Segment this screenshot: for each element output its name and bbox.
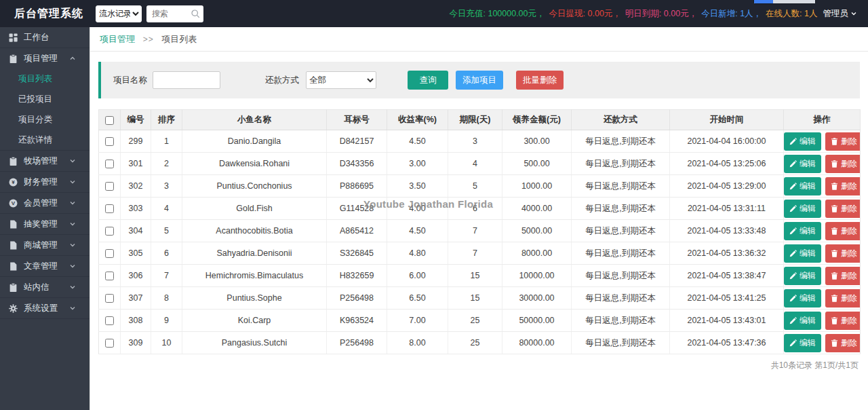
edit-button[interactable]: 编辑 xyxy=(784,289,821,308)
sidebar-subitem-1-2[interactable]: 项目分类 xyxy=(0,109,90,130)
module-select[interactable]: 流水记录 xyxy=(96,5,142,22)
edit-button[interactable]: 编辑 xyxy=(784,267,821,285)
delete-button[interactable]: 删除 xyxy=(825,177,861,195)
sidebar-item-4[interactable]: V会员管理 xyxy=(0,193,90,213)
chevron-down-icon xyxy=(69,221,76,227)
row-checkbox[interactable] xyxy=(105,182,114,191)
sidebar-item-7[interactable]: 文章管理 xyxy=(0,256,90,276)
project-name-input[interactable] xyxy=(153,71,220,89)
delete-button[interactable]: 删除 xyxy=(825,267,861,285)
delete-button[interactable]: 删除 xyxy=(825,155,861,173)
edit-button[interactable]: 编辑 xyxy=(784,132,821,151)
delete-button[interactable]: 删除 xyxy=(825,312,861,330)
table-row: 3056Sahyadria.DenisoniiS3268454.8078000.… xyxy=(99,242,861,265)
row-checkbox[interactable] xyxy=(105,316,114,325)
admin-menu[interactable]: 管理员 xyxy=(823,8,858,20)
cell-tag: S326845 xyxy=(327,242,387,265)
cell-days: 5 xyxy=(448,175,502,198)
pencil-icon xyxy=(789,138,797,145)
cell-name: Gold.Fish xyxy=(182,198,327,220)
delete-button[interactable]: 删除 xyxy=(825,222,861,240)
chevron-up-icon xyxy=(69,55,76,62)
delete-button[interactable]: 删除 xyxy=(825,132,861,151)
cell-name: Koi.Carp xyxy=(182,310,327,332)
edit-button[interactable]: 编辑 xyxy=(784,312,821,330)
row-checkbox[interactable] xyxy=(105,272,114,280)
cell-repay: 每日返息,到期还本 xyxy=(572,332,670,354)
edit-button[interactable]: 编辑 xyxy=(784,200,821,218)
table-row: 3034Gold.FishG1145284.0064000.00每日返息,到期还… xyxy=(99,198,861,220)
sidebar-subitem-1-3[interactable]: 还款详情 xyxy=(0,130,90,150)
cell-rate: 3.00 xyxy=(387,153,448,175)
cell-tag: H832659 xyxy=(327,265,387,287)
query-button[interactable]: 查询 xyxy=(408,71,448,90)
pencil-icon xyxy=(789,250,797,257)
cell-name: Puntius.Sophe xyxy=(182,287,327,310)
cell-start: 2021-04-05 13:41:25 xyxy=(670,287,784,310)
chevron-down-icon xyxy=(69,242,76,248)
document-icon xyxy=(9,241,18,250)
column-header: 还款方式 xyxy=(572,110,670,130)
row-checkbox[interactable] xyxy=(105,227,114,236)
column-header: 小鱼名称 xyxy=(182,110,327,130)
sidebar-block: ¥财务管理 xyxy=(0,172,90,193)
cell-days: 25 xyxy=(448,332,502,354)
v-circle-icon: V xyxy=(9,199,18,208)
sidebar-item-9[interactable]: 系统设置 xyxy=(0,298,90,318)
edit-button[interactable]: 编辑 xyxy=(784,177,821,195)
row-checkbox[interactable] xyxy=(105,294,114,303)
sidebar-block: 牧场管理 xyxy=(0,151,90,172)
sidebar-subitem-1-1[interactable]: 已投项目 xyxy=(0,89,90,109)
batch-delete-button[interactable]: 批量删除 xyxy=(516,71,564,90)
admin-label: 管理员 xyxy=(823,8,849,20)
delete-button[interactable]: 删除 xyxy=(825,289,861,308)
row-checkbox[interactable] xyxy=(105,137,114,146)
edit-button[interactable]: 编辑 xyxy=(784,222,821,240)
search-icon[interactable] xyxy=(191,9,200,18)
repay-method-select[interactable]: 全部 xyxy=(306,71,376,89)
cell-name: Puntius.Conchonius xyxy=(182,175,327,198)
project-name-label: 项目名称 xyxy=(113,75,147,86)
row-checkbox[interactable] xyxy=(105,204,114,213)
checkbox-cell xyxy=(99,153,121,175)
pagination-summary: 共10条记录 第1页/共1页 xyxy=(100,360,859,371)
checkbox-cell xyxy=(99,265,121,287)
edit-button[interactable]: 编辑 xyxy=(784,155,821,173)
cell-repay: 每日返息,到期还本 xyxy=(572,198,670,220)
edit-button[interactable]: 编辑 xyxy=(784,334,821,352)
clipboard-icon xyxy=(9,283,18,292)
sidebar-item-5[interactable]: 抽奖管理 xyxy=(0,214,90,234)
trash-icon xyxy=(831,138,838,145)
sidebar-item-1[interactable]: 项目管理 xyxy=(0,48,90,69)
edit-button[interactable]: 编辑 xyxy=(784,244,821,263)
cell-tag: D343356 xyxy=(327,153,387,175)
cell-sort: 8 xyxy=(151,287,182,310)
table-row: 3089Koi.CarpK9635247.002550000.00每日返息,到期… xyxy=(99,310,861,332)
delete-button[interactable]: 删除 xyxy=(825,334,861,352)
cell-start: 2021-04-05 13:25:06 xyxy=(670,153,784,175)
cell-id: 303 xyxy=(121,198,151,220)
breadcrumb-parent[interactable]: 项目管理 xyxy=(100,34,135,44)
add-project-button[interactable]: 添加项目 xyxy=(456,71,503,90)
sidebar-item-8[interactable]: 站内信 xyxy=(0,277,90,297)
select-all-checkbox[interactable] xyxy=(105,116,114,125)
sidebar-subitem-1-0[interactable]: 项目列表 xyxy=(0,69,90,89)
row-checkbox[interactable] xyxy=(105,160,114,168)
cell-name: Sahyadria.Denisonii xyxy=(182,242,327,265)
cell-days: 15 xyxy=(448,287,502,310)
sidebar-item-3[interactable]: ¥财务管理 xyxy=(0,172,90,192)
actions-cell: 编辑删除 xyxy=(784,175,861,198)
row-checkbox[interactable] xyxy=(105,339,114,348)
trash-icon xyxy=(831,339,838,347)
cell-repay: 每日返息,到期还本 xyxy=(572,130,670,153)
cell-start: 2021-04-04 16:00:00 xyxy=(670,130,784,153)
breadcrumb-current: 项目列表 xyxy=(161,34,197,44)
sidebar-item-2[interactable]: 牧场管理 xyxy=(0,151,90,171)
sidebar-item-6[interactable]: 商城管理 xyxy=(0,235,90,255)
delete-button[interactable]: 删除 xyxy=(825,244,861,263)
cell-name: Pangasius.Sutchi xyxy=(182,332,327,354)
delete-button[interactable]: 删除 xyxy=(825,200,861,218)
row-checkbox[interactable] xyxy=(105,249,114,258)
sidebar-item-0[interactable]: 工作台 xyxy=(0,27,90,48)
cell-repay: 每日返息,到期还本 xyxy=(572,175,670,198)
